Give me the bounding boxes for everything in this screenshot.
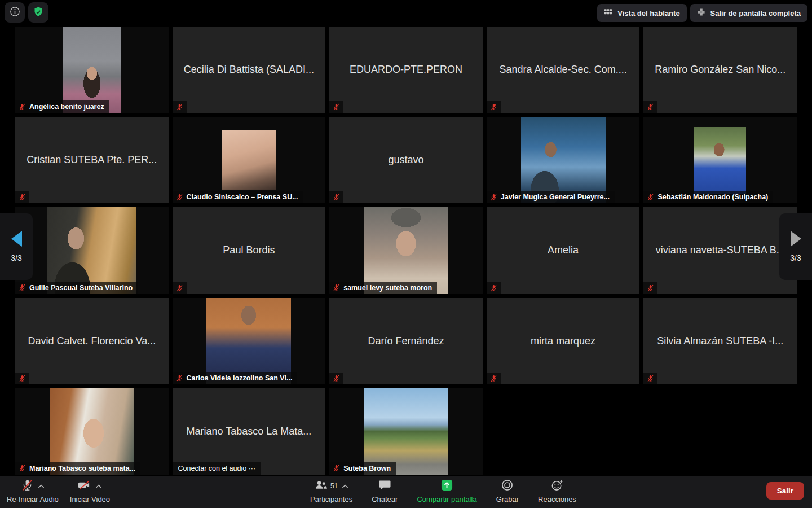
mic-muted-icon <box>490 375 497 382</box>
participant-tile[interactable]: Silvia Almazán SUTEBA -I... <box>643 298 797 384</box>
participant-name-label <box>173 282 187 294</box>
mic-muted-icon <box>333 103 340 111</box>
participant-tile[interactable]: Guille Pascual Suteba Villarino <box>15 207 169 294</box>
mic-muted-icon <box>647 194 654 201</box>
bottom-toolbar: Re-Iniciar Audio Iniciar Video 51 <box>0 476 812 508</box>
participant-name-text: Angélica benito juarez <box>29 103 104 111</box>
right-arrow-icon <box>791 231 801 247</box>
participant-name-text: Carlos Videla Iozzolino San Vi... <box>187 374 293 382</box>
record-button[interactable]: Grabar <box>495 479 520 503</box>
participant-tile[interactable]: Claudio Siniscalco – Prensa SU... <box>173 117 326 203</box>
participants-button[interactable]: 51 Participantes <box>309 479 354 503</box>
participant-tile[interactable]: gustavo <box>329 117 483 203</box>
participant-name-centered: Paul Bordis <box>173 207 326 294</box>
exit-fullscreen-icon <box>697 8 705 18</box>
participant-name-centered: Amelia <box>487 207 640 294</box>
participant-name-text: Claudio Siniscalco – Prensa SU... <box>187 193 298 201</box>
speaker-view-button[interactable]: Vista del hablante <box>597 4 686 22</box>
participant-name-label: Conectar con el audio ··· <box>173 462 262 475</box>
mic-muted-icon <box>19 194 26 201</box>
exit-fullscreen-button[interactable]: Salir de pantalla completa <box>690 4 807 22</box>
participant-name-centered: EDUARDO-PTE.PERON <box>329 27 483 113</box>
mic-muted-icon <box>333 284 340 291</box>
participant-name-centered: Cristian SUTEBA Pte. PER... <box>15 117 169 203</box>
participant-tile[interactable]: Mariano Tabasco suteba mata... <box>15 388 169 475</box>
participant-video <box>222 130 276 190</box>
meeting-info-button[interactable] <box>5 2 25 23</box>
participant-name-label: Javier Mugica General Pueyrre... <box>487 191 615 203</box>
participant-name-label <box>487 101 501 113</box>
previous-page-button[interactable]: 3/3 <box>0 213 33 280</box>
participant-tile[interactable]: Sandra Alcalde-Sec. Com.... <box>487 27 640 113</box>
security-button[interactable] <box>28 2 48 23</box>
participant-tile[interactable]: mirta marquez <box>487 298 640 384</box>
participant-name-centered: Darío Fernández <box>329 298 483 384</box>
participant-name-text: Mariano Tabasco suteba mata... <box>29 465 135 472</box>
exit-fullscreen-label: Salir de pantalla completa <box>710 9 801 17</box>
reactions-icon <box>550 479 564 493</box>
participant-name-label: Suteba Brown <box>329 462 396 475</box>
participant-tile[interactable]: Suteba Brown <box>329 388 483 475</box>
participant-name-label: Angélica benito juarez <box>15 100 109 113</box>
participant-tile[interactable]: Paul Bordis <box>173 207 326 294</box>
participant-name-centered: Sandra Alcalde-Sec. Com.... <box>487 27 640 113</box>
next-page-button[interactable]: 3/3 <box>779 213 812 280</box>
participant-name-label <box>173 101 187 113</box>
video-options-caret[interactable] <box>95 482 102 491</box>
participant-name-label: Sebastián Maldonado (Suipacha) <box>643 191 773 203</box>
audio-options-caret[interactable] <box>38 482 45 491</box>
start-video-button[interactable]: Iniciar Video <box>69 479 111 503</box>
participant-tile[interactable]: Mariano Tabasco La Mata...Conectar con e… <box>173 388 326 475</box>
mic-muted-icon <box>333 465 340 472</box>
share-screen-button[interactable]: Compartir pantalla <box>416 479 478 503</box>
unmute-audio-button[interactable]: Re-Iniciar Audio <box>6 479 60 503</box>
mic-muted-icon <box>490 194 497 201</box>
participant-name-centered: Ramiro González San Nico... <box>643 27 797 113</box>
participant-name-label <box>15 373 29 384</box>
participant-tile[interactable]: David Calvet. Florencio Va... <box>15 298 169 384</box>
participant-tile[interactable]: viviana navetta-SUTEBA B... <box>643 207 797 294</box>
participant-name-centered: David Calvet. Florencio Va... <box>15 298 169 384</box>
leave-meeting-button[interactable]: Salir <box>766 482 804 500</box>
mic-muted-icon <box>176 374 183 382</box>
participant-name-label: Carlos Videla Iozzolino San Vi... <box>173 372 298 384</box>
mic-muted-icon <box>19 375 26 382</box>
participant-tile[interactable]: EDUARDO-PTE.PERON <box>329 27 483 113</box>
participant-tile[interactable]: Sebastián Maldonado (Suipacha) <box>643 117 797 203</box>
participant-name-label <box>643 373 657 384</box>
participant-tile[interactable]: Angélica benito juarez <box>15 27 169 113</box>
participant-name-label <box>643 101 657 113</box>
participants-caret[interactable] <box>342 482 348 491</box>
participant-tile[interactable]: Cristian SUTEBA Pte. PER... <box>15 117 169 203</box>
record-icon <box>501 479 514 493</box>
participant-name-text: Guille Pascual Suteba Villarino <box>29 284 133 292</box>
participant-tile[interactable]: Ramiro González San Nico... <box>643 27 797 113</box>
participant-tile[interactable]: Cecilia Di Battista (SALADI... <box>173 27 326 113</box>
toolbar-left-group: Re-Iniciar Audio Iniciar Video <box>6 479 111 503</box>
reactions-label: Reacciones <box>538 495 576 503</box>
shield-check-icon <box>33 6 44 19</box>
mic-muted-icon <box>647 375 654 382</box>
participant-tile[interactable]: Darío Fernández <box>329 298 483 384</box>
participant-tile[interactable]: Amelia <box>487 207 640 294</box>
mic-muted-icon <box>490 103 497 111</box>
participant-name-label <box>643 282 657 294</box>
mic-muted-icon <box>176 284 183 292</box>
mic-muted-icon <box>19 284 26 291</box>
mic-muted-icon <box>21 479 34 493</box>
participant-name-centered: gustavo <box>329 117 483 203</box>
info-icon <box>10 6 20 19</box>
participant-tile[interactable]: Javier Mugica General Pueyrre... <box>487 117 640 203</box>
participant-name-centered: mirta marquez <box>487 298 640 384</box>
participant-tile[interactable]: samuel levy suteba moron <box>329 207 483 294</box>
reactions-button[interactable]: Reacciones <box>537 479 577 503</box>
chat-button[interactable]: Chatear <box>370 479 399 503</box>
participant-name-centered: Cecilia Di Battista (SALADI... <box>173 27 326 113</box>
mic-muted-icon <box>176 194 183 201</box>
connect-audio-label: Conectar con el audio ··· <box>178 465 256 472</box>
mic-muted-icon <box>647 284 654 292</box>
chat-icon <box>378 479 391 493</box>
speaker-view-label: Vista del hablante <box>617 9 679 17</box>
participant-tile[interactable]: Carlos Videla Iozzolino San Vi... <box>173 298 326 384</box>
chat-label: Chatear <box>372 495 398 503</box>
